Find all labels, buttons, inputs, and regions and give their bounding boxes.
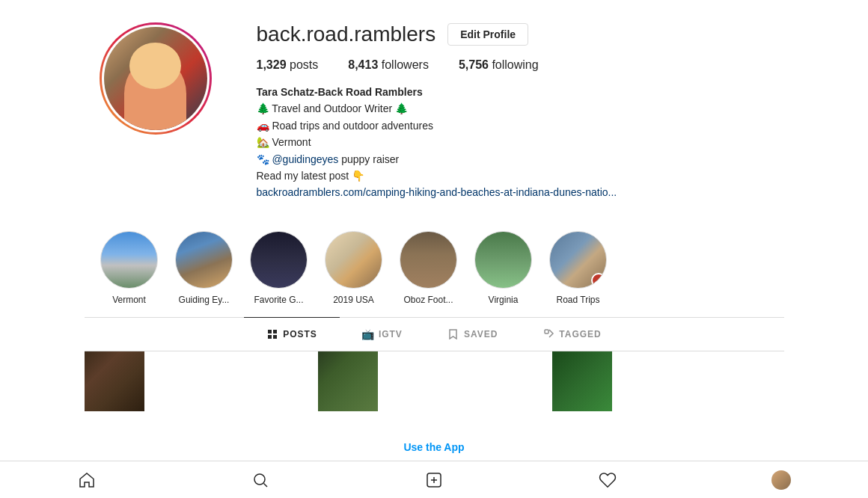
bio-line5: Read my latest post 👇 [257, 167, 769, 184]
username-row: back.road.ramblers Edit Profile [257, 22, 769, 46]
svg-rect-3 [273, 335, 277, 339]
photo-grid [85, 351, 784, 411]
highlight-vermont-circle [100, 231, 158, 289]
bio: Tara Schatz-Back Road Ramblers 🌲 Travel … [257, 84, 769, 201]
bio-line1: 🌲 Travel and Outdoor Writer 🌲 [257, 100, 769, 117]
use-app-link[interactable]: Use the App [403, 441, 464, 453]
following-label: following [492, 58, 538, 71]
search-nav-button[interactable] [251, 470, 270, 490]
username: back.road.ramblers [257, 22, 436, 46]
home-nav-button[interactable] [77, 470, 97, 490]
add-nav-button[interactable] [424, 470, 444, 490]
highlight-virginia-label: Virginia [489, 295, 519, 305]
followers-stat[interactable]: 8,413 followers [348, 58, 429, 72]
tabs-section: POSTS 📺 IGTV SAVED TAGGED [85, 318, 784, 351]
edit-profile-button[interactable]: Edit Profile [447, 23, 528, 46]
highlight-vermont-label: Vermont [112, 295, 146, 305]
highlight-oboz-label: Oboz Foot... [403, 295, 453, 305]
highlight-favorite[interactable]: Favorite G... [249, 231, 309, 305]
avatar-wrapper [100, 22, 212, 135]
svg-rect-4 [545, 330, 548, 333]
posts-grid-icon [266, 328, 278, 340]
highlight-guiding-label: Guiding Ey... [179, 295, 230, 305]
avatar-inner [102, 25, 210, 132]
posts-stat[interactable]: 1,329 posts [257, 58, 319, 72]
svg-point-5 [254, 474, 265, 485]
guiding-eyes-link[interactable]: @guidingeyes [272, 153, 338, 165]
photo-cell-1[interactable] [85, 351, 144, 411]
tab-igtv[interactable]: 📺 IGTV [340, 317, 425, 351]
highlight-usa[interactable]: 2019 USA [324, 231, 384, 305]
tab-tagged[interactable]: TAGGED [520, 317, 623, 351]
highlight-usa-circle [325, 231, 382, 289]
heart-nav-button[interactable] [598, 470, 617, 490]
saved-icon [447, 328, 459, 340]
posts-count: 1,329 [257, 58, 287, 71]
highlight-roadtrips-circle [549, 231, 607, 289]
tab-posts-label: POSTS [283, 329, 317, 339]
followers-count: 8,413 [348, 58, 378, 71]
svg-rect-0 [268, 330, 272, 333]
highlight-virginia[interactable]: Virginia [474, 231, 534, 305]
tagged-icon [542, 328, 554, 340]
photo-cell-2[interactable] [318, 351, 378, 411]
highlight-oboz-circle [400, 231, 457, 289]
posts-label: posts [290, 58, 318, 71]
profile-info: back.road.ramblers Edit Profile 1,329 po… [257, 22, 769, 201]
bio-line4-prefix: 🐾 [257, 153, 272, 165]
tab-igtv-label: IGTV [379, 329, 403, 339]
highlight-oboz[interactable]: Oboz Foot... [399, 231, 459, 305]
tab-tagged-label: TAGGED [559, 329, 601, 339]
following-count: 5,756 [459, 58, 489, 71]
highlight-favorite-label: Favorite G... [254, 295, 303, 305]
highlight-roadtrips[interactable]: Road Trips [548, 231, 608, 305]
tab-saved[interactable]: SAVED [425, 317, 520, 351]
highlight-favorite-circle [250, 231, 308, 289]
highlights-section: Vermont Guiding Ey... Favorite G... 2019… [85, 219, 784, 318]
igtv-icon: 📺 [362, 328, 374, 340]
bio-line4: 🐾 @guidingeyes puppy raiser [257, 151, 769, 167]
svg-rect-2 [268, 335, 272, 339]
followers-label: followers [382, 58, 429, 71]
highlight-virginia-circle [474, 231, 532, 289]
bio-line3: 🏡 Vermont [257, 134, 769, 150]
following-stat[interactable]: 5,756 following [459, 58, 539, 72]
bottom-nav [0, 461, 868, 498]
website-link[interactable]: backroadramblers.com/camping-hiking-and-… [257, 186, 617, 198]
bio-line4-suffix: puppy raiser [338, 153, 399, 165]
svg-rect-1 [273, 330, 277, 333]
highlight-guiding-circle [175, 231, 233, 289]
use-app-banner: Use the App [0, 434, 868, 461]
svg-line-6 [264, 483, 268, 487]
avatar [104, 27, 207, 130]
highlight-usa-label: 2019 USA [333, 295, 374, 305]
bio-line2: 🚗 Road trips and outdoor adventures [257, 117, 769, 134]
tab-saved-label: SAVED [464, 329, 498, 339]
highlight-roadtrips-label: Road Trips [556, 295, 599, 305]
photo-cell-3[interactable] [552, 351, 612, 411]
highlight-vermont[interactable]: Vermont [100, 231, 159, 305]
profile-nav-button[interactable] [771, 470, 791, 490]
tab-posts[interactable]: POSTS [244, 317, 340, 351]
bio-name: Tara Schatz-Back Road Ramblers [257, 84, 769, 100]
stats-row: 1,329 posts 8,413 followers 5,756 follow… [257, 58, 769, 72]
highlight-guiding[interactable]: Guiding Ey... [174, 231, 234, 305]
